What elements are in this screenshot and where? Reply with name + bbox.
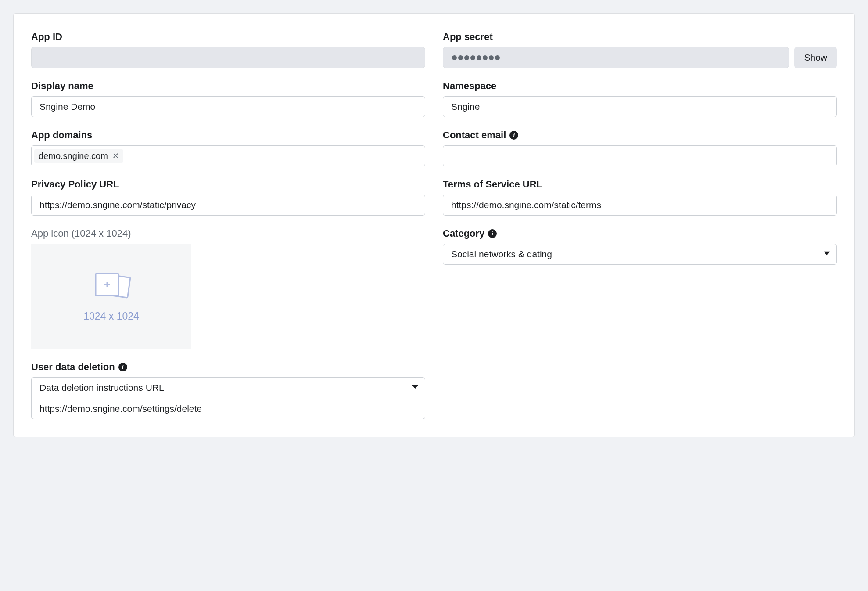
category-label: Category i bbox=[443, 228, 837, 239]
user-data-deletion-select-wrap bbox=[31, 377, 425, 398]
app-domains-label: App domains bbox=[31, 130, 425, 141]
app-icon-uploader[interactable]: 1024 x 1024 bbox=[31, 244, 191, 349]
app-id-field: App ID bbox=[31, 31, 425, 68]
app-id-value bbox=[31, 47, 425, 68]
privacy-url-field: Privacy Policy URL bbox=[31, 179, 425, 216]
category-select-wrap bbox=[443, 244, 837, 265]
terms-url-input[interactable] bbox=[443, 195, 837, 216]
category-field: Category i bbox=[443, 228, 837, 265]
privacy-url-input[interactable] bbox=[31, 195, 425, 216]
privacy-url-label: Privacy Policy URL bbox=[31, 179, 425, 190]
domain-chip-remove-icon[interactable]: ✕ bbox=[112, 152, 119, 160]
namespace-input[interactable] bbox=[443, 96, 837, 117]
user-data-deletion-url-input[interactable] bbox=[31, 398, 425, 419]
settings-panel: App ID App secret Show D bbox=[13, 13, 855, 437]
info-icon[interactable]: i bbox=[488, 229, 497, 238]
namespace-field: Namespace bbox=[443, 80, 837, 117]
app-secret-value bbox=[443, 47, 789, 68]
app-secret-mask bbox=[451, 47, 500, 68]
category-select[interactable] bbox=[443, 244, 837, 265]
contact-email-input[interactable] bbox=[443, 145, 837, 166]
terms-url-label: Terms of Service URL bbox=[443, 179, 837, 190]
right-lower-column: Category i bbox=[443, 228, 837, 265]
info-icon[interactable]: i bbox=[118, 363, 127, 371]
domain-chip-text: demo.sngine.com bbox=[39, 151, 108, 161]
terms-url-field: Terms of Service URL bbox=[443, 179, 837, 216]
app-domains-input[interactable]: demo.sngine.com ✕ bbox=[31, 145, 425, 166]
show-secret-button[interactable]: Show bbox=[794, 47, 837, 68]
app-icon-label: App icon (1024 x 1024) bbox=[31, 228, 425, 239]
user-data-deletion-select[interactable] bbox=[31, 377, 425, 398]
display-name-label: Display name bbox=[31, 80, 425, 92]
app-domains-field: App domains demo.sngine.com ✕ bbox=[31, 130, 425, 166]
settings-grid: App ID App secret Show D bbox=[31, 31, 837, 419]
app-secret-row: Show bbox=[443, 47, 837, 68]
namespace-label: Namespace bbox=[443, 80, 837, 92]
left-lower-column: App icon (1024 x 1024) 1024 x 1024 bbox=[31, 228, 425, 419]
domain-chip: demo.sngine.com ✕ bbox=[34, 149, 123, 163]
user-data-deletion-label: User data deletion i bbox=[31, 361, 425, 373]
app-secret-field: App secret Show bbox=[443, 31, 837, 68]
user-data-deletion-field: User data deletion i bbox=[31, 361, 425, 419]
app-icon-hint: 1024 x 1024 bbox=[83, 310, 139, 322]
contact-email-label: Contact email i bbox=[443, 130, 837, 141]
user-data-deletion-inputs bbox=[31, 377, 425, 419]
app-secret-label: App secret bbox=[443, 31, 837, 43]
contact-email-field: Contact email i bbox=[443, 130, 837, 166]
upload-image-icon bbox=[90, 271, 133, 302]
display-name-input[interactable] bbox=[31, 96, 425, 117]
info-icon[interactable]: i bbox=[509, 131, 518, 140]
app-id-label: App ID bbox=[31, 31, 425, 43]
app-icon-field: App icon (1024 x 1024) 1024 x 1024 bbox=[31, 228, 425, 349]
display-name-field: Display name bbox=[31, 80, 425, 117]
